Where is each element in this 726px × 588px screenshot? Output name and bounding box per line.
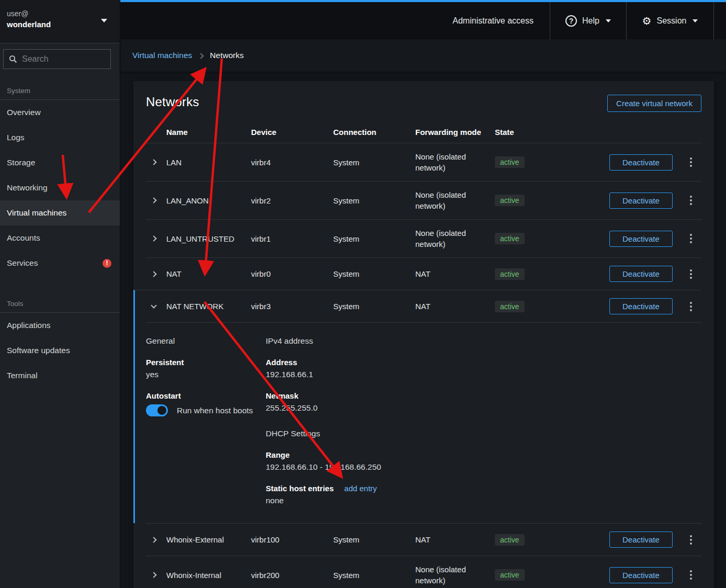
sidebar-item-terminal[interactable]: Terminal <box>0 363 120 388</box>
deactivate-button[interactable]: Deactivate <box>609 154 673 171</box>
top-bar-end-divider <box>713 2 726 39</box>
address-value: 192.168.66.1 <box>266 370 701 379</box>
expand-row-button[interactable] <box>146 266 162 282</box>
chevron-down-icon <box>693 19 698 22</box>
persistent-value: yes <box>146 370 266 379</box>
column-header-state: State <box>495 128 609 137</box>
state-badge: active <box>495 534 525 546</box>
autostart-toggle[interactable] <box>146 404 168 416</box>
sidebar-item-applications[interactable]: Applications <box>0 313 120 338</box>
expand-row-button[interactable] <box>146 154 162 170</box>
collapse-row-button[interactable] <box>146 299 162 314</box>
breadcrumb: Virtual machines Networks <box>120 39 726 72</box>
network-name-cell: NAT NETWORK <box>166 302 251 311</box>
sidebar-item-networking[interactable]: Networking <box>0 175 120 200</box>
deactivate-button[interactable]: Deactivate <box>609 567 673 583</box>
netmask-value: 255.255.255.0 <box>266 403 701 413</box>
state-badge: active <box>495 156 525 168</box>
help-icon: ? <box>565 15 577 27</box>
sidebar-item-label: Services <box>7 258 38 268</box>
kebab-menu-button[interactable] <box>687 231 695 246</box>
sidebar-item-logs[interactable]: Logs <box>0 125 120 150</box>
autostart-label: Autostart <box>146 391 266 400</box>
chevron-right-icon <box>151 235 156 241</box>
deactivate-button[interactable]: Deactivate <box>609 266 673 282</box>
breadcrumb-current: Networks <box>210 51 244 60</box>
page-title: Networks <box>146 95 199 109</box>
breadcrumb-virtual-machines-link[interactable]: Virtual machines <box>132 51 192 60</box>
kebab-menu-button[interactable] <box>687 193 695 208</box>
sidebar-item-accounts[interactable]: Accounts <box>0 225 120 251</box>
session-menu[interactable]: ⚙ Session <box>626 2 713 39</box>
kebab-menu-button[interactable] <box>687 154 695 170</box>
search-input[interactable] <box>22 54 100 64</box>
netmask-label: Netmask <box>266 391 701 400</box>
state-badge: active <box>495 301 525 312</box>
networks-card: Networks Create virtual network Name Dev… <box>133 81 714 588</box>
create-virtual-network-button[interactable]: Create virtual network <box>607 95 701 112</box>
range-label: Range <box>266 450 701 459</box>
deactivate-button[interactable]: Deactivate <box>609 231 673 247</box>
deactivate-button[interactable]: Deactivate <box>609 532 673 548</box>
nav-section-label: Tools <box>0 287 120 313</box>
sidebar-item-overview[interactable]: Overview <box>0 100 120 125</box>
network-name-cell: NAT <box>166 269 251 278</box>
help-menu[interactable]: ? Help <box>550 2 626 39</box>
table-row: LAN_UNTRUSTEDvirbr1SystemNone (isolated … <box>146 219 701 257</box>
column-header-device: Device <box>251 128 333 137</box>
device-cell: virbr2 <box>251 196 333 205</box>
network-name-cell: Whonix-External <box>166 535 251 544</box>
table-row: LAN_ANONvirbr2SystemNone (isolated netwo… <box>146 181 701 219</box>
persistent-label: Persistent <box>146 358 266 367</box>
range-value: 192.168.66.10 - 192.168.66.250 <box>266 462 701 472</box>
static-host-entries-label: Static host entries <box>266 484 334 493</box>
search-box[interactable] <box>3 49 111 69</box>
sidebar-item-storage[interactable]: Storage <box>0 150 120 175</box>
sidebar-item-software-updates[interactable]: Software updates <box>0 338 120 363</box>
deactivate-button[interactable]: Deactivate <box>609 298 673 314</box>
sidebar-item-label: Overview <box>7 108 41 117</box>
deactivate-button[interactable]: Deactivate <box>609 193 673 209</box>
forwarding-mode-cell: NAT <box>415 301 474 312</box>
table-row: LANvirbr4SystemNone (isolated network)ac… <box>146 143 701 181</box>
sidebar-item-label: Networking <box>7 183 48 193</box>
sidebar-item-label: Virtual machines <box>7 208 66 218</box>
sidebar-item-services[interactable]: Services! <box>0 251 120 276</box>
expand-row-button[interactable] <box>146 231 162 246</box>
kebab-menu-button[interactable] <box>687 532 695 548</box>
table-row: Whonix-Internalvirbr200SystemNone (isola… <box>146 556 701 588</box>
kebab-menu-button[interactable] <box>687 567 695 583</box>
sidebar-item-virtual-machines[interactable]: Virtual machines <box>0 200 120 225</box>
state-badge: active <box>495 569 525 581</box>
kebab-menu-button[interactable] <box>687 299 695 314</box>
chevron-right-icon <box>151 159 156 165</box>
connection-cell: System <box>333 535 415 544</box>
user-menu[interactable]: user@ wonderland <box>0 0 120 43</box>
chevron-right-icon <box>151 197 156 203</box>
static-host-entries-value: none <box>266 496 701 505</box>
general-section-label: General <box>146 336 175 345</box>
sidebar-item-label: Storage <box>7 158 35 167</box>
chevron-right-icon <box>151 537 156 542</box>
administrative-access-button[interactable]: Administrative access <box>436 2 550 39</box>
toggle-knob-icon <box>157 406 166 415</box>
chevron-right-icon <box>151 572 156 578</box>
expand-row-button[interactable] <box>146 532 162 548</box>
network-name-cell: Whonix-Internal <box>166 571 251 580</box>
forwarding-mode-cell: None (isolated network) <box>415 151 474 173</box>
chevron-down-icon <box>151 302 156 308</box>
exclamation-badge-icon: ! <box>103 259 111 268</box>
autostart-toggle-label: Run when host boots <box>177 406 253 415</box>
device-cell: virbr200 <box>251 571 333 580</box>
expand-row-button[interactable] <box>146 193 162 208</box>
kebab-menu-button[interactable] <box>687 266 695 282</box>
expand-row-button[interactable] <box>146 567 162 583</box>
table-row: NAT NETWORKvirbr3SystemNATactiveDeactiva… <box>146 290 701 322</box>
host-name: wonderland <box>7 20 111 29</box>
sidebar-item-label: Accounts <box>7 233 40 243</box>
sidebar-item-label: Applications <box>7 321 51 330</box>
add-entry-link[interactable]: add entry <box>344 484 377 493</box>
state-badge: active <box>495 195 525 206</box>
column-header-forwarding-mode: Forwarding mode <box>415 128 495 137</box>
main-area: Administrative access ? Help ⚙ Session V… <box>120 0 726 588</box>
